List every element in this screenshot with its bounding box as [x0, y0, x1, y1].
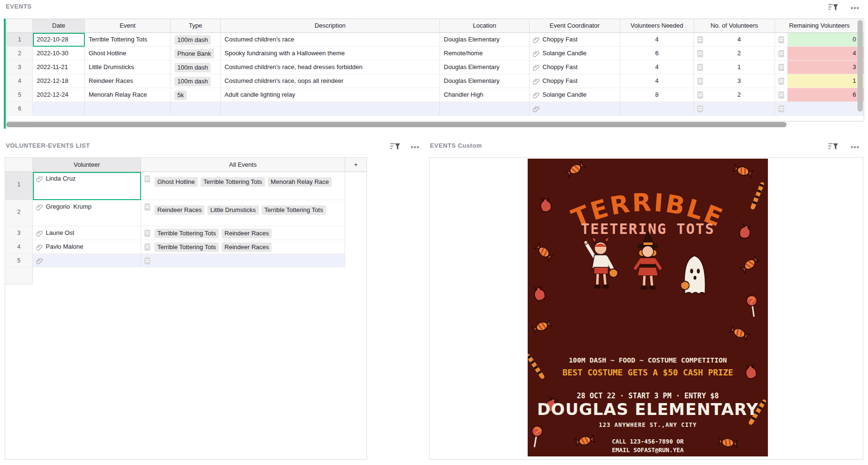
- corner-header[interactable]: [7, 19, 33, 33]
- cell-description[interactable]: Costumed children's race: [221, 33, 440, 47]
- expand-cell-icon[interactable]: [778, 105, 784, 112]
- col-header-volunteer[interactable]: Volunteer: [33, 158, 141, 172]
- cell-all-events[interactable]: Terrible Tottering TotsReindeer Races: [141, 240, 345, 254]
- cell-type[interactable]: 100m dash: [171, 61, 221, 74]
- cell-event[interactable]: [85, 102, 171, 116]
- cell-all-events[interactable]: Ghost HotlineTerrible Tottering TotsMeno…: [141, 172, 345, 200]
- cell-volunteer[interactable]: Gregorio Krump: [33, 200, 141, 226]
- cell-date[interactable]: 2022-10-28: [33, 33, 85, 47]
- cell-remaining[interactable]: 0: [775, 33, 864, 47]
- cell-event[interactable]: Ghost Hotline: [85, 47, 171, 61]
- cell-volunteers[interactable]: 3: [694, 74, 775, 88]
- col-header-date[interactable]: Date: [33, 19, 85, 33]
- cell-date[interactable]: 2022-10-30: [33, 47, 85, 61]
- cell-needed[interactable]: 4: [620, 61, 694, 74]
- cell-location[interactable]: Douglas Elementary: [440, 33, 530, 47]
- section-menu-icon[interactable]: •••: [849, 145, 861, 153]
- col-header-needed[interactable]: Volunteers Needed: [620, 19, 694, 33]
- cell-volunteer[interactable]: Laurie Ost: [33, 226, 141, 240]
- cell-volunteers[interactable]: 1: [694, 61, 775, 74]
- expand-cell-icon[interactable]: [778, 91, 784, 99]
- col-header-volunteers[interactable]: No. of Volunteers: [694, 19, 775, 33]
- cell-all-events[interactable]: Terrible Tottering TotsReindeer Races: [141, 226, 345, 240]
- cell-remaining[interactable]: 3: [775, 61, 864, 74]
- cell-volunteers[interactable]: [694, 102, 775, 116]
- cell-type[interactable]: Phone Bank: [171, 47, 221, 61]
- cell-description[interactable]: Costumed children's race, oops all reind…: [221, 74, 440, 88]
- cell-volunteer[interactable]: Linda Cruz: [33, 172, 141, 200]
- col-header-remaining[interactable]: Remaining Volunteers: [775, 19, 864, 33]
- cell-coordinator[interactable]: [530, 102, 620, 116]
- expand-cell-icon[interactable]: [697, 105, 703, 112]
- cell-coordinator[interactable]: Solange Candle: [530, 47, 620, 61]
- cell-volunteer[interactable]: Pavlo Malone: [33, 240, 141, 254]
- cell-type[interactable]: 5k: [171, 88, 221, 102]
- cell-all-events[interactable]: Reindeer RacesLittle DrumsticksTerrible …: [141, 200, 345, 226]
- col-header-type[interactable]: Type: [171, 19, 221, 33]
- horizontal-scrollbar-thumb[interactable]: [6, 122, 786, 127]
- sort-filter-icon[interactable]: [390, 142, 401, 151]
- row-number[interactable]: 4: [5, 240, 33, 254]
- cell-event[interactable]: Terrible Tottering Tots: [85, 33, 171, 47]
- section-menu-icon[interactable]: •••: [849, 6, 861, 14]
- cell-location[interactable]: Remote/home: [440, 47, 530, 61]
- cell-description[interactable]: Costumed children's race, head dresses f…: [221, 61, 440, 74]
- expand-cell-icon[interactable]: [778, 78, 784, 85]
- expand-cell-icon[interactable]: [697, 91, 703, 99]
- cell-all-events[interactable]: [141, 254, 345, 267]
- cell-date[interactable]: [33, 102, 85, 116]
- cell-volunteer[interactable]: [33, 254, 141, 267]
- row-number[interactable]: 3: [7, 61, 33, 74]
- section-menu-icon[interactable]: •••: [409, 145, 421, 153]
- cell-needed[interactable]: 4: [620, 74, 694, 88]
- corner-header[interactable]: [5, 158, 33, 172]
- cell-coordinator[interactable]: Choppy Fast: [530, 33, 620, 47]
- cell-volunteers[interactable]: 2: [694, 88, 775, 102]
- row-number[interactable]: 2: [5, 200, 33, 226]
- cell-coordinator[interactable]: Choppy Fast: [530, 61, 620, 74]
- expand-cell-icon[interactable]: [778, 64, 784, 71]
- cell-type[interactable]: 100m dash: [171, 33, 221, 47]
- col-header-description[interactable]: Description: [221, 19, 440, 33]
- col-header-coordinator[interactable]: Event Coordinator: [530, 19, 620, 33]
- cell-location[interactable]: Douglas Elementary: [440, 74, 530, 88]
- cell-coordinator[interactable]: Solange Candle: [530, 88, 620, 102]
- cell-location[interactable]: Chandler High: [440, 88, 530, 102]
- cell-description[interactable]: Adult candle lighting relay: [221, 88, 440, 102]
- cell-volunteers[interactable]: 4: [694, 33, 775, 47]
- cell-event[interactable]: Reindeer Races: [85, 74, 171, 88]
- col-header-location[interactable]: Location: [440, 19, 530, 33]
- row-number[interactable]: 6: [7, 102, 33, 116]
- cell-remaining[interactable]: [775, 102, 864, 116]
- cell-description[interactable]: [221, 102, 440, 116]
- cell-remaining[interactable]: 4: [775, 47, 864, 61]
- cell-location[interactable]: Douglas Elementary: [440, 61, 530, 74]
- expand-cell-icon[interactable]: [144, 203, 150, 211]
- row-number[interactable]: 2: [7, 47, 33, 61]
- expand-cell-icon[interactable]: [697, 36, 703, 43]
- cell-needed[interactable]: [620, 102, 694, 116]
- cell-needed[interactable]: 6: [620, 47, 694, 61]
- cell-volunteers[interactable]: 2: [694, 47, 775, 61]
- cell-remaining[interactable]: 1: [775, 74, 864, 88]
- row-number[interactable]: 5: [5, 254, 33, 267]
- cell-event[interactable]: Little Drumsticks: [85, 61, 171, 74]
- row-number[interactable]: 1: [5, 172, 33, 200]
- expand-cell-icon[interactable]: [697, 50, 703, 57]
- expand-cell-icon[interactable]: [778, 50, 784, 57]
- expand-cell-icon[interactable]: [144, 257, 150, 264]
- row-number[interactable]: 3: [5, 226, 33, 240]
- row-number[interactable]: 4: [7, 74, 33, 88]
- expand-cell-icon[interactable]: [697, 64, 703, 71]
- expand-cell-icon[interactable]: [144, 230, 150, 237]
- cell-needed[interactable]: 4: [620, 33, 694, 47]
- row-number[interactable]: 1: [7, 33, 33, 47]
- cell-type[interactable]: 100m dash: [171, 74, 221, 88]
- cell-description[interactable]: Spooky fundraising with a Halloween them…: [221, 47, 440, 61]
- expand-cell-icon[interactable]: [697, 78, 703, 85]
- cell-coordinator[interactable]: Choppy Fast: [530, 74, 620, 88]
- cell-remaining[interactable]: 6: [775, 88, 864, 102]
- expand-cell-icon[interactable]: [144, 175, 150, 182]
- cell-date[interactable]: 2022-12-24: [33, 88, 85, 102]
- expand-cell-icon[interactable]: [144, 243, 150, 251]
